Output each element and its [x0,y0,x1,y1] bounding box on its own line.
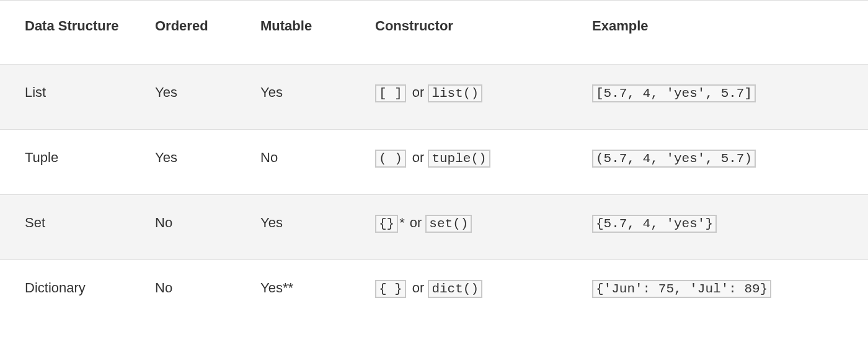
header-data-structure: Data Structure [0,1,130,65]
header-ordered: Ordered [130,1,236,65]
cell-constructor: {}*orset() [350,195,567,260]
header-constructor: Constructor [350,1,567,65]
cell-mutable: Yes [236,65,350,130]
constructor-fn-code: tuple() [428,150,490,168]
constructor-fn-code: dict() [428,280,482,298]
example-code: [5.7, 4, 'yes', 5.7] [592,84,756,102]
header-example: Example [567,1,868,65]
cell-constructor: { }ordict() [350,260,567,317]
cell-example: {5.7, 4, 'yes'} [567,195,868,260]
constructor-suffix: * [398,215,406,230]
example-code: (5.7, 4, 'yes', 5.7) [592,150,756,168]
table-row: Dictionary No Yes** { }ordict() {'Jun': … [0,260,868,317]
cell-example: {'Jun': 75, 'Jul': 89} [567,260,868,317]
cell-mutable: Yes [236,195,350,260]
cell-mutable: Yes** [236,260,350,317]
cell-ordered: No [130,195,236,260]
constructor-fn-code: list() [428,84,482,102]
cell-constructor: ( )ortuple() [350,130,567,195]
table-header-row: Data Structure Ordered Mutable Construct… [0,1,868,65]
constructor-or: or [409,84,428,100]
constructor-or: or [409,280,428,295]
cell-name: List [0,65,130,130]
table-row: Set No Yes {}*orset() {5.7, 4, 'yes'} [0,195,868,260]
example-code: {5.7, 4, 'yes'} [592,215,717,233]
cell-example: (5.7, 4, 'yes', 5.7) [567,130,868,195]
cell-example: [5.7, 4, 'yes', 5.7] [567,65,868,130]
constructor-literal-code: {} [375,215,398,233]
constructor-fn-code: set() [425,215,472,233]
cell-name: Set [0,195,130,260]
example-code: {'Jun': 75, 'Jul': 89} [592,280,771,298]
constructor-or: or [409,150,428,165]
data-structures-table: Data Structure Ordered Mutable Construct… [0,0,868,316]
constructor-literal-code: { } [375,280,406,298]
header-mutable: Mutable [236,1,350,65]
table-row: List Yes Yes [ ]orlist() [5.7, 4, 'yes',… [0,65,868,130]
cell-mutable: No [236,130,350,195]
table-row: Tuple Yes No ( )ortuple() (5.7, 4, 'yes'… [0,130,868,195]
constructor-literal-code: [ ] [375,84,406,102]
cell-name: Dictionary [0,260,130,317]
cell-ordered: Yes [130,65,236,130]
cell-ordered: No [130,260,236,317]
cell-ordered: Yes [130,130,236,195]
cell-name: Tuple [0,130,130,195]
constructor-or: or [406,215,426,230]
constructor-literal-code: ( ) [375,150,406,168]
cell-constructor: [ ]orlist() [350,65,567,130]
